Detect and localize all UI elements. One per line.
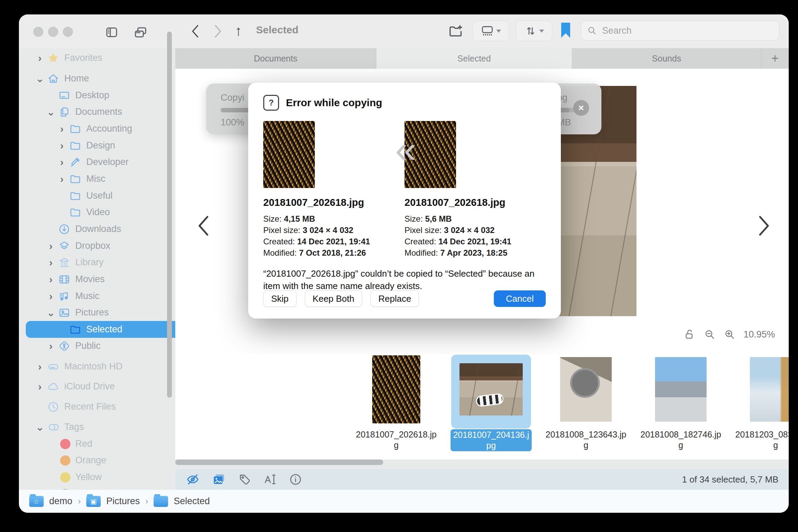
sidebar-item-home[interactable]: ⌄Home — [19, 70, 175, 87]
breadcrumb-item-selected[interactable]: Selected — [174, 496, 210, 507]
chevron-right-icon[interactable]: › — [44, 340, 58, 352]
back-icon[interactable] — [191, 24, 199, 38]
sidebar-item-yellow[interactable]: ›Yellow — [19, 469, 175, 486]
tab-sounds[interactable]: Sounds — [572, 48, 761, 69]
sidebar-item-desktop[interactable]: ›Desktop — [19, 87, 175, 104]
forward-icon[interactable] — [214, 24, 222, 38]
filmstrip-item[interactable]: 20181008_123643.jpg — [539, 354, 633, 459]
photo-thumbnail[interactable] — [372, 355, 420, 423]
lock-open-icon[interactable] — [684, 328, 696, 341]
sidebar-item-video[interactable]: ›Video — [19, 204, 175, 221]
search-icon — [587, 25, 597, 36]
photo-thumbnail[interactable] — [750, 357, 789, 422]
chevron-right-icon[interactable]: › — [44, 240, 58, 252]
search-input[interactable] — [601, 25, 774, 36]
add-tab-button[interactable]: + — [761, 48, 789, 69]
sidebar-item-misc[interactable]: ›Misc — [19, 170, 175, 187]
sidebar: ›Favorites⌄Home›Desktop⌄Documents›Accoun… — [19, 48, 175, 490]
double-chevron-left-icon: « — [395, 131, 416, 168]
replace-button[interactable]: Replace — [370, 290, 419, 307]
close-window-button[interactable] — [33, 27, 43, 37]
filmstrip-item[interactable]: 20181007_204136.jpg — [444, 354, 539, 459]
filmstrip-item[interactable]: 20181008_182746.jpg — [633, 354, 728, 459]
chevron-right-icon[interactable]: › — [33, 361, 47, 373]
sidebar-item-selected[interactable]: ›Selected — [26, 321, 175, 338]
search-field[interactable] — [581, 21, 779, 41]
cancel-button[interactable]: Cancel — [494, 290, 546, 307]
sidebar-item-icloud-drive[interactable]: ›iCloud Drive — [19, 378, 175, 395]
cancel-copy-icon[interactable]: × — [573, 100, 589, 116]
sidebar-item-dropbox[interactable]: ›Dropbox — [19, 237, 175, 254]
info-icon[interactable] — [289, 473, 302, 486]
zoom-window-button[interactable] — [63, 27, 73, 37]
chevron-right-icon[interactable]: › — [44, 290, 58, 302]
window-tabs-icon[interactable] — [133, 25, 148, 40]
sort-button[interactable] — [516, 21, 552, 41]
chevron-right-icon[interactable]: › — [55, 156, 69, 168]
sidebar-item-recent-files[interactable]: ›Recent Files — [19, 398, 175, 415]
photo-thumbnail[interactable] — [459, 363, 523, 415]
tags-icon — [47, 421, 59, 433]
sidebar-item-pictures[interactable]: ⌄Pictures — [19, 304, 175, 321]
chevron-right-icon[interactable]: › — [33, 52, 47, 64]
bookmark-icon[interactable] — [561, 23, 570, 38]
new-folder-icon[interactable] — [448, 23, 464, 39]
sidebar-item-movies[interactable]: ›Movies — [19, 271, 175, 288]
tab-bar: Documents Selected Sounds + — [175, 48, 789, 69]
photo-filename: 20181008_123643.jpg — [545, 429, 627, 451]
chevron-right-icon[interactable]: › — [55, 140, 69, 152]
sidebar-item-downloads[interactable]: ›Downloads — [19, 221, 175, 237]
library-icon — [58, 256, 70, 269]
sidebar-item-macintosh-hd[interactable]: ›Macintosh HD — [19, 358, 175, 375]
sidebar-item-accounting[interactable]: ›Accounting — [19, 120, 175, 137]
destination-file-column: 20181007_202618.jpg Size: 5,6 MBPixel si… — [404, 121, 546, 258]
up-icon[interactable]: ↑ — [235, 23, 242, 39]
sidebar-item-design[interactable]: ›Design — [19, 137, 175, 154]
sidebar-item-favorites[interactable]: ›Favorites — [19, 49, 175, 66]
sidebar-item-documents[interactable]: ⌄Documents — [19, 103, 175, 120]
chevron-right-icon[interactable]: › — [55, 173, 69, 185]
chevron-right-icon[interactable]: › — [55, 123, 69, 135]
breadcrumb: ⌂demo›▣Pictures›Selected — [19, 490, 789, 513]
sidebar-item-developer[interactable]: ›Developer — [19, 154, 175, 170]
eye-off-icon[interactable] — [186, 472, 200, 487]
sidebar-item-label: Favorites — [64, 53, 102, 63]
photos-icon[interactable] — [212, 472, 226, 487]
photo-thumbnail[interactable] — [655, 357, 707, 422]
horizontal-scrollbar[interactable] — [175, 459, 383, 465]
chevron-down-icon[interactable]: ⌄ — [33, 421, 47, 433]
sidebar-item-red[interactable]: ›Red — [19, 435, 175, 452]
breadcrumb-item-demo[interactable]: demo — [49, 496, 73, 507]
minimize-window-button[interactable] — [48, 27, 58, 37]
chevron-down-icon[interactable]: ⌄ — [33, 73, 47, 85]
next-photo-button[interactable] — [756, 215, 772, 237]
chevron-right-icon[interactable]: › — [44, 257, 58, 268]
sidebar-item-orange[interactable]: ›Orange — [19, 452, 175, 469]
previous-photo-button[interactable] — [196, 215, 211, 237]
zoom-out-icon[interactable] — [703, 328, 716, 341]
chevron-down-icon[interactable]: ⌄ — [44, 307, 58, 319]
chevron-right-icon[interactable]: › — [44, 274, 58, 285]
photo-thumbnail[interactable] — [560, 357, 612, 422]
tab-documents[interactable]: Documents — [175, 48, 376, 69]
sidebar-item-music[interactable]: ›Music — [19, 288, 175, 304]
chevron-down-icon[interactable]: ⌄ — [44, 106, 58, 118]
keep-both-button[interactable]: Keep Both — [305, 290, 362, 307]
filmstrip-item[interactable]: 20181203_083217.jpg — [728, 354, 789, 459]
tab-selected[interactable]: Selected — [376, 48, 572, 69]
view-options-button[interactable] — [473, 21, 509, 41]
rename-icon[interactable] — [263, 473, 277, 486]
filmstrip-item[interactable]: 20181007_202618.jpg — [349, 354, 444, 459]
sidebar-toggle-icon[interactable] — [105, 25, 119, 39]
sidebar-item-green[interactable]: ›Green — [19, 486, 175, 490]
chevron-right-icon[interactable]: › — [33, 381, 47, 392]
sidebar-scrollbar[interactable] — [167, 32, 172, 398]
tag-icon[interactable] — [238, 473, 252, 486]
sidebar-item-useful[interactable]: ›Useful — [19, 187, 175, 204]
sidebar-item-tags[interactable]: ⌄Tags — [19, 419, 175, 435]
sidebar-item-library[interactable]: ›Library — [19, 254, 175, 271]
sidebar-item-public[interactable]: ›Public — [19, 337, 175, 354]
zoom-in-icon[interactable] — [723, 328, 736, 341]
skip-button[interactable]: Skip — [263, 290, 297, 307]
breadcrumb-item-pictures[interactable]: Pictures — [106, 496, 140, 507]
